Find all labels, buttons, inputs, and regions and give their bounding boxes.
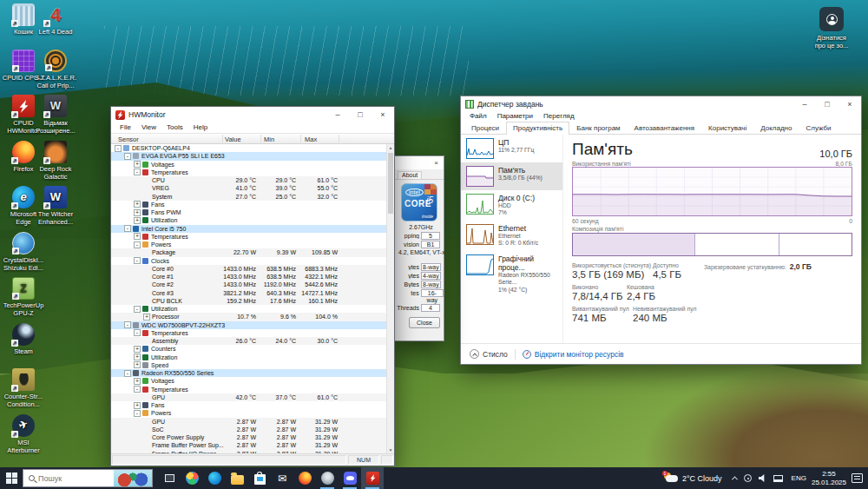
- sensor-row[interactable]: +Temperatures: [111, 233, 386, 241]
- search-highlight-image[interactable]: [114, 470, 152, 486]
- collapse-icon[interactable]: -: [124, 370, 131, 377]
- sensor-row[interactable]: -Temperatures: [111, 169, 386, 176]
- search-box[interactable]: [23, 469, 153, 487]
- expand-icon[interactable]: +: [134, 378, 141, 385]
- sensor-row[interactable]: -Intel Core i5 750: [111, 225, 386, 233]
- column-header-max[interactable]: Max: [305, 135, 317, 143]
- menu-file[interactable]: File: [115, 122, 136, 133]
- sensor-row[interactable]: +Fans: [111, 401, 386, 409]
- weather-widget[interactable]: 1 2°C Cloudy: [663, 472, 722, 484]
- sensor-row[interactable]: +Fans: [111, 201, 386, 208]
- taskbar-app-microsoft-store[interactable]: [248, 467, 271, 489]
- expand-icon[interactable]: +: [134, 161, 141, 168]
- desktop-icon-learn-about-picture[interactable]: Дізнатися про це зо...: [806, 7, 858, 50]
- show-hidden-icons-button[interactable]: [733, 476, 737, 480]
- close-button[interactable]: Close: [409, 317, 440, 328]
- taskbar-app-firefox[interactable]: [293, 467, 316, 489]
- sensor-row[interactable]: +GPU42.0 °C37.0 °C61.0 °C: [111, 393, 386, 401]
- column-header-min[interactable]: Min: [264, 135, 274, 143]
- sensor-row[interactable]: +Package22.70 W9.39 W109.85 W: [111, 248, 386, 256]
- column-header-value[interactable]: Value: [225, 135, 241, 143]
- sensor-row[interactable]: +VREG41.0 °C39.0 °C55.0 °C: [111, 184, 386, 192]
- sidebar-item-cpu[interactable]: ЦП11% 2,77 ГГц: [461, 135, 562, 162]
- collapse-icon[interactable]: -: [124, 321, 131, 328]
- taskbar-app-microsoft-edge[interactable]: [203, 467, 226, 489]
- desktop-icon-gpuz[interactable]: Z↗TechPowerUp GPU-Z: [0, 277, 47, 317]
- maximize-button[interactable]: □: [349, 108, 372, 122]
- maximize-button[interactable]: □: [816, 97, 838, 112]
- fewer-details-button[interactable]: Стисло: [483, 350, 508, 359]
- sensor-row[interactable]: +SoC2.87 W2.87 W31.29 W: [111, 426, 386, 433]
- sensor-row[interactable]: +Frame Buffer I/O Power ...2.87 W2.87 W3…: [111, 450, 386, 454]
- tab-продуктивність[interactable]: Продуктивність: [506, 122, 569, 135]
- sensor-row[interactable]: +Voltages: [111, 161, 386, 169]
- sensor-row[interactable]: +Core #33821.2 MHz640.3 MHz14727.1 MHz: [111, 289, 386, 297]
- collapse-icon[interactable]: -: [134, 386, 141, 393]
- menu-help[interactable]: Help: [188, 122, 213, 133]
- desktop-icon-steam[interactable]: ↗Steam: [0, 323, 47, 355]
- sensor-row[interactable]: -Radeon RX550/550 Series: [111, 369, 386, 377]
- sensor-row[interactable]: -WDC WD7500BPVT-22HXZT3: [111, 321, 386, 329]
- expand-icon[interactable]: +: [143, 314, 150, 320]
- sensor-row[interactable]: -Powers: [111, 409, 386, 417]
- sensor-row[interactable]: +CPU29.0 °C29.0 °C61.0 °C: [111, 176, 386, 184]
- collapse-icon[interactable]: -: [134, 241, 141, 248]
- sensor-row[interactable]: +Utilization: [111, 216, 386, 224]
- tab-докладно[interactable]: Докладно: [753, 122, 799, 134]
- close-icon[interactable]: ×: [434, 159, 438, 167]
- taskbar-app-widgets[interactable]: [181, 467, 203, 489]
- scroll-up-icon[interactable]: ▲: [387, 145, 394, 150]
- tab-about[interactable]: About: [398, 171, 422, 179]
- expand-icon[interactable]: +: [134, 346, 141, 353]
- vertical-scrollbar[interactable]: ▲ ▼: [386, 144, 394, 453]
- close-button[interactable]: ×: [372, 108, 394, 122]
- column-header-sensor[interactable]: Sensor: [118, 135, 139, 143]
- desktop-icon-left4dead[interactable]: 4↗Left 4 Dead: [32, 3, 79, 36]
- desktop-icon-msi[interactable]: ✈↗MSI Afterburner: [0, 414, 47, 454]
- taskbar-app-steam[interactable]: [316, 467, 339, 489]
- clock[interactable]: 2:55 25.01.2025: [812, 470, 846, 487]
- sidebar-item-gpu[interactable]: Графічний проце...Radeon RX550/550 Serie…: [461, 251, 562, 297]
- sensor-row[interactable]: +Core Power Supply2.87 W2.87 W31.29 W: [111, 433, 386, 441]
- notification-center-icon[interactable]: [852, 473, 863, 483]
- sensor-row[interactable]: -DESKTOP-Q6AELP4: [111, 144, 386, 152]
- sensor-row[interactable]: +Core #21433.0 MHz1192.0 MHz5442.6 MHz: [111, 281, 386, 288]
- task-manager-titlebar[interactable]: Диспетчер завдань – □ ×: [461, 96, 861, 112]
- expand-icon[interactable]: +: [134, 354, 141, 360]
- sensor-row[interactable]: +CPU BCLK159.2 MHz17.6 MHz160.1 MHz: [111, 297, 386, 305]
- taskbar-app-file-explorer[interactable]: [226, 467, 248, 489]
- taskbar-app-discord[interactable]: [339, 467, 361, 489]
- expand-icon[interactable]: +: [134, 233, 141, 240]
- tab-процеси[interactable]: Процеси: [464, 122, 506, 134]
- desktop-icon-cs[interactable]: ↗Counter-Str... Condition...: [0, 368, 47, 408]
- sensor-row[interactable]: +Core #11433.0 MHz638.5 MHz4322.1 MHz: [111, 273, 386, 281]
- cpuz-titlebar[interactable]: ×: [395, 156, 444, 169]
- network-icon[interactable]: [773, 475, 783, 482]
- close-button[interactable]: ×: [838, 97, 861, 112]
- sensor-row[interactable]: +Core #01433.0 MHz638.5 MHz6883.3 MHz: [111, 265, 386, 273]
- sensor-row[interactable]: -EVGA EVGA P55 SLI LE E653: [111, 152, 386, 160]
- scroll-down-icon[interactable]: ▼: [387, 447, 394, 453]
- collapse-icon[interactable]: -: [134, 257, 141, 264]
- taskbar-app-hwmonitor[interactable]: [361, 467, 384, 489]
- sidebar-item-ethernet[interactable]: EthernetEthernet S: 0 R: 0 Кбіт/с: [461, 221, 562, 251]
- sensor-row[interactable]: -Clocks: [111, 257, 386, 265]
- menu-tools[interactable]: Tools: [161, 122, 188, 133]
- sensor-row[interactable]: +System27.0 °C25.0 °C32.0 °C: [111, 193, 386, 201]
- sensor-row[interactable]: +Voltages: [111, 377, 386, 385]
- sensor-row[interactable]: +Utilization: [111, 354, 386, 361]
- collapse-icon[interactable]: -: [115, 145, 122, 152]
- sensor-row[interactable]: -Powers: [111, 241, 386, 248]
- taskbar-app-mail[interactable]: ✉: [271, 467, 293, 489]
- desktop-icon-witcher-ua[interactable]: W↗Відьмак Розширене...: [32, 95, 79, 135]
- collapse-icon[interactable]: -: [124, 225, 131, 232]
- collapse-icon[interactable]: -: [134, 306, 141, 313]
- expand-icon[interactable]: +: [134, 209, 141, 216]
- sensor-row[interactable]: +Frame Buffer Power Sup...2.87 W2.87 W31…: [111, 441, 386, 449]
- collapse-icon[interactable]: -: [134, 329, 141, 336]
- tray-app-icon[interactable]: [744, 474, 752, 482]
- expand-icon[interactable]: +: [134, 217, 141, 224]
- collapse-icon[interactable]: -: [124, 153, 131, 160]
- desktop-icon-deep-rock[interactable]: ↗Deep Rock Galactic: [32, 141, 79, 181]
- minimize-button[interactable]: –: [326, 108, 349, 122]
